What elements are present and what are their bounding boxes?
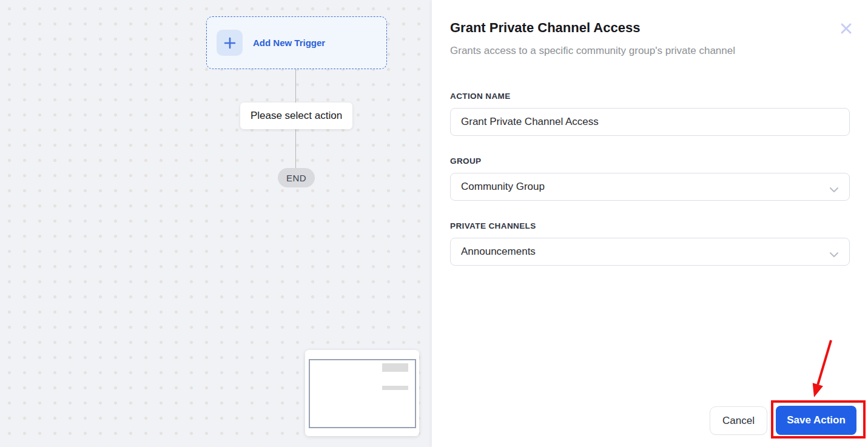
page-title: Grant Private Channel Access — [450, 20, 850, 36]
workflow-builder-app: Add New Trigger Please select action END… — [0, 0, 868, 447]
cancel-button[interactable]: Cancel — [710, 406, 767, 435]
chevron-down-icon — [829, 184, 839, 196]
action-config-panel: Grant Private Channel Access Grants acce… — [432, 0, 868, 447]
group-select-value: Community Group — [461, 181, 545, 193]
action-name-field-group: ACTION NAME — [450, 92, 850, 136]
save-action-button[interactable]: Save Action — [776, 406, 856, 435]
add-new-trigger-button[interactable]: Add New Trigger — [206, 16, 387, 69]
private-channels-select[interactable]: Announcements — [450, 238, 850, 266]
private-channels-select-value: Announcements — [461, 246, 536, 258]
minimap-node — [382, 386, 408, 390]
plus-icon — [217, 30, 243, 56]
panel-subtitle: Grants access to a specific community gr… — [450, 44, 850, 58]
end-node: END — [278, 168, 315, 187]
close-button[interactable] — [839, 22, 853, 36]
workflow-canvas[interactable]: Add New Trigger Please select action END — [0, 0, 432, 447]
action-name-label: ACTION NAME — [450, 92, 850, 101]
group-select[interactable]: Community Group — [450, 173, 850, 201]
action-placeholder-label: Please select action — [251, 110, 342, 122]
minimap[interactable] — [305, 350, 419, 436]
action-form: ACTION NAME GROUP Community Group PRIVAT… — [450, 92, 850, 266]
group-field-group: GROUP Community Group — [450, 156, 850, 201]
action-placeholder-node[interactable]: Please select action — [240, 103, 352, 129]
minimap-viewport — [309, 359, 416, 428]
private-channels-field-group: PRIVATE CHANNELS Announcements — [450, 221, 850, 266]
minimap-node — [382, 363, 408, 372]
close-icon — [839, 22, 853, 37]
trigger-label: Add New Trigger — [253, 38, 325, 48]
action-name-input[interactable] — [450, 108, 850, 136]
chevron-down-icon — [829, 249, 839, 261]
group-label: GROUP — [450, 156, 850, 166]
private-channels-label: PRIVATE CHANNELS — [450, 221, 850, 230]
